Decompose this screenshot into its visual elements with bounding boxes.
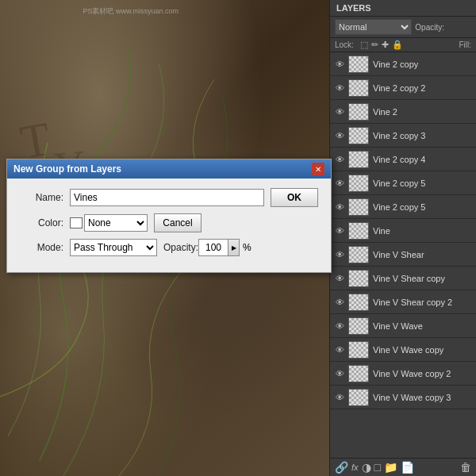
eye-icon[interactable]: 👁: [333, 201, 346, 213]
layer-item[interactable]: 👁 Vine 2 copy: [330, 52, 476, 76]
layer-thumbnail: [348, 317, 369, 335]
layer-item[interactable]: 👁 Vine V Wave copy 3: [330, 386, 476, 409]
new-group-dialog: New Group from Layers ✕ Name: OK Color: …: [6, 159, 332, 273]
lock-position-icon[interactable]: ✚: [382, 40, 389, 50]
layer-thumbnail: [348, 79, 369, 97]
layer-item[interactable]: 👁 Vine V Wave copy: [330, 338, 476, 362]
lock-brush-icon[interactable]: ✏: [371, 40, 378, 50]
watermark: PS素材吧 www.missyuan.com: [83, 6, 178, 17]
eye-icon[interactable]: 👁: [333, 153, 346, 166]
eye-icon[interactable]: 👁: [333, 344, 346, 356]
layer-item[interactable]: 👁 Vine V Shear copy: [330, 267, 476, 290]
layer-name: Vine 2 copy 5: [373, 202, 425, 212]
layer-thumbnail: [348, 56, 369, 73]
layer-name: Vine 2: [373, 107, 397, 117]
layer-name: Vine V Wave: [373, 321, 423, 331]
dialog-close-button[interactable]: ✕: [312, 163, 324, 175]
layer-item[interactable]: 👁 Vine V Shear: [330, 243, 476, 267]
layer-thumbnail: [348, 389, 369, 406]
layer-name: Vine V Wave copy 3: [373, 393, 451, 402]
link-icon[interactable]: 🔗: [335, 461, 348, 474]
layers-panel: LAYERS Normal Dissolve Multiply Screen O…: [329, 0, 476, 476]
layer-name: Vine V Shear: [373, 250, 424, 259]
layer-item[interactable]: 👁 Vine: [330, 219, 476, 243]
dialog-title: New Group from Layers: [13, 163, 121, 175]
layer-name: Vine 2 copy 3: [373, 131, 425, 140]
name-input[interactable]: [70, 189, 264, 206]
color-select[interactable]: None Red Orange Yellow Green Blue Violet…: [84, 214, 148, 232]
layer-item[interactable]: 👁 Vine V Wave: [330, 314, 476, 338]
layer-item[interactable]: 👁 Vine 2 copy 2: [330, 76, 476, 100]
layer-name: Vine 2 copy 2: [373, 83, 425, 93]
mask-icon[interactable]: □: [374, 461, 381, 474]
eye-icon[interactable]: 👁: [333, 106, 346, 118]
layer-thumbnail: [348, 175, 369, 192]
mode-select[interactable]: Pass Through Normal Dissolve Multiply Sc…: [70, 239, 157, 256]
opacity-label: Opacity:: [163, 242, 198, 253]
color-swatch: [70, 217, 83, 228]
layer-thumbnail: [348, 222, 369, 240]
layers-list: 👁 Vine 2 copy 👁 Vine 2 copy 2 👁 Vine 2 👁…: [330, 52, 476, 458]
eye-icon[interactable]: 👁: [333, 296, 346, 309]
layer-thumbnail: [348, 198, 369, 216]
panel-opacity-label: Opacity:: [415, 23, 444, 32]
eye-icon[interactable]: 👁: [333, 367, 346, 380]
layer-item[interactable]: 👁 Vine V Wave copy 2: [330, 362, 476, 386]
lock-transparent-icon[interactable]: ⬚: [360, 40, 368, 50]
layer-name: Vine V Shear copy: [373, 274, 445, 283]
fx-icon[interactable]: fx: [351, 463, 359, 472]
layer-name: Vine V Wave copy 2: [373, 369, 451, 378]
layer-thumbnail: [348, 270, 369, 287]
name-row: Name: OK: [20, 188, 318, 207]
layer-item[interactable]: 👁 Vine 2 copy 4: [330, 148, 476, 171]
lock-label: Lock:: [335, 40, 354, 49]
cancel-button[interactable]: Cancel: [154, 213, 202, 232]
name-label: Name:: [20, 192, 63, 203]
trash-icon[interactable]: 🗑: [460, 461, 471, 474]
layer-name: Vine V Shear copy 2: [373, 298, 452, 307]
mode-label: Mode:: [20, 242, 63, 253]
lock-row: Lock: ⬚ ✏ ✚ 🔒 Fill:: [330, 38, 476, 52]
layer-thumbnail: [348, 127, 369, 144]
dialog-titlebar: New Group from Layers ✕: [7, 159, 331, 178]
layer-thumbnail: [348, 246, 369, 263]
layer-item[interactable]: 👁 Vine 2 copy 5: [330, 171, 476, 195]
layer-thumbnail: [348, 294, 369, 311]
eye-icon[interactable]: 👁: [333, 58, 346, 71]
eye-icon[interactable]: 👁: [333, 272, 346, 285]
opacity-input[interactable]: [198, 239, 228, 256]
new-group-icon[interactable]: 📁: [384, 461, 397, 474]
layer-item[interactable]: 👁 Vine 2: [330, 100, 476, 124]
layer-name: Vine 2 copy 4: [373, 155, 425, 164]
new-layer-icon[interactable]: 📄: [401, 461, 414, 474]
layer-name: Vine 2 copy 5: [373, 178, 425, 188]
eye-icon[interactable]: 👁: [333, 225, 346, 237]
eye-icon[interactable]: 👁: [333, 129, 346, 142]
layer-thumbnail: [348, 365, 369, 382]
layer-name: Vine V Wave copy: [373, 345, 443, 355]
layer-name: Vine: [373, 226, 390, 236]
layer-item[interactable]: 👁 Vine V Shear copy 2: [330, 290, 476, 314]
layer-name: Vine 2 copy: [373, 60, 418, 69]
blend-row: Normal Dissolve Multiply Screen Overlay …: [330, 17, 476, 38]
opacity-unit: %: [243, 242, 251, 253]
eye-icon[interactable]: 👁: [333, 177, 346, 190]
fill-label: Fill:: [459, 40, 471, 49]
opacity-arrow[interactable]: ▶: [228, 239, 240, 256]
lock-all-icon[interactable]: 🔒: [392, 40, 403, 50]
layers-footer: 🔗 fx ◑ □ 📁 📄 🗑: [330, 458, 476, 476]
eye-icon[interactable]: 👁: [333, 82, 346, 94]
layer-thumbnail: [348, 341, 369, 359]
blend-mode-select[interactable]: Normal Dissolve Multiply Screen Overlay: [335, 19, 412, 35]
layer-thumbnail: [348, 151, 369, 168]
eye-icon[interactable]: 👁: [333, 248, 346, 261]
eye-icon[interactable]: 👁: [333, 391, 346, 404]
dialog-body: Name: OK Color: None Red Orange Yellow G…: [7, 178, 331, 272]
ok-button[interactable]: OK: [271, 188, 318, 207]
color-row: Color: None Red Orange Yellow Green Blue…: [20, 213, 318, 232]
adjustment-icon[interactable]: ◑: [362, 461, 371, 474]
layer-item[interactable]: 👁 Vine 2 copy 5: [330, 195, 476, 219]
eye-icon[interactable]: 👁: [333, 320, 346, 332]
layer-item[interactable]: 👁 Vine 2 copy 3: [330, 124, 476, 148]
mode-row: Mode: Pass Through Normal Dissolve Multi…: [20, 239, 318, 256]
